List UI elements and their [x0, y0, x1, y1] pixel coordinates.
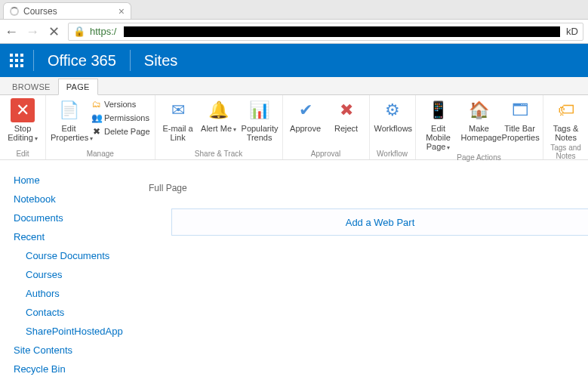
forward-button: →	[26, 25, 39, 39]
group-label-approval: Approval	[288, 148, 365, 158]
webpart-zone-label: Full Page	[149, 183, 588, 193]
tab-title: Courses	[23, 6, 57, 17]
nav-notebook[interactable]: Notebook	[14, 190, 134, 208]
tab-page[interactable]: PAGE	[58, 79, 98, 95]
app-launcher-button[interactable]	[0, 44, 33, 77]
stop-editing-button[interactable]: ✕ Stop Editing	[5, 98, 41, 143]
svg-rect-3	[10, 59, 13, 62]
svg-rect-1	[15, 54, 18, 57]
svg-rect-5	[20, 59, 23, 62]
edit-mobile-page-button[interactable]: 📱 Edit Mobile Page	[420, 98, 457, 152]
alert-me-button[interactable]: 🔔 Alert Me	[201, 98, 237, 134]
nav-documents[interactable]: Documents	[14, 208, 134, 227]
back-button[interactable]: ←	[5, 25, 18, 39]
edit-properties-button[interactable]: 📄 Edit Properties	[51, 98, 87, 143]
popularity-trends-button[interactable]: 📊 Popularity Trends	[242, 98, 278, 142]
ribbon-group-approval: ✔ Approve ✖ Reject Approval	[283, 95, 370, 159]
ribbon-group-manage: 📄 Edit Properties 🗂Versions 👥Permissions…	[46, 95, 155, 159]
page-content: Full Page Add a Web Part	[140, 160, 588, 386]
url-scheme: https:/	[90, 26, 116, 37]
nav-course-documents[interactable]: Course Documents	[14, 246, 134, 265]
titlebar-properties-button[interactable]: 🗔 Title Bar Properties	[502, 98, 538, 142]
mobile-icon: 📱	[426, 98, 451, 122]
ribbon-tabs: BROWSE PAGE	[0, 77, 588, 95]
email-link-button[interactable]: ✉ E-mail a Link	[160, 98, 196, 142]
add-webpart-button[interactable]: Add a Web Part	[171, 208, 588, 236]
permissions-button[interactable]: 👥Permissions	[91, 112, 150, 124]
group-label-tags: Tags and Notes	[548, 142, 584, 160]
address-bar[interactable]: 🔒 https:/ kD	[68, 23, 583, 41]
svg-rect-6	[10, 64, 13, 67]
titlebar-label: Title Bar Properties	[502, 124, 538, 142]
nav-sharepoint-app[interactable]: SharePointHostedApp	[14, 322, 134, 341]
url-tail: kD	[565, 26, 578, 37]
group-label-manage: Manage	[51, 148, 150, 158]
ribbon-group-workflow: ⚙ Workflows Workflow	[370, 95, 416, 159]
close-tab-icon[interactable]: ×	[119, 5, 125, 17]
tags-notes-label: Tags & Notes	[548, 124, 584, 142]
home-icon: 🏠	[467, 98, 491, 122]
svg-rect-8	[20, 64, 23, 67]
versions-button[interactable]: 🗂Versions	[91, 98, 150, 110]
ribbon: ✕ Stop Editing Edit 📄 Edit Properties 🗂V…	[0, 95, 588, 160]
check-icon: ✔	[294, 98, 318, 122]
approve-label: Approve	[288, 124, 324, 133]
waffle-icon	[10, 54, 23, 67]
delete-icon: ✖	[91, 126, 102, 137]
make-homepage-button[interactable]: 🏠 Make Homepage	[461, 98, 497, 142]
workflows-button[interactable]: ⚙ Workflows	[374, 98, 411, 133]
approve-button[interactable]: ✔ Approve	[288, 98, 324, 133]
main-area: Home Notebook Documents Recent Course Do…	[0, 160, 588, 386]
delete-page-button[interactable]: ✖Delete Page	[91, 125, 150, 137]
alert-me-label: Alert Me	[201, 124, 232, 133]
svg-rect-2	[20, 54, 23, 57]
tags-notes-button[interactable]: 🏷 Tags & Notes	[548, 98, 584, 142]
tab-browse[interactable]: BROWSE	[5, 79, 58, 94]
nav-authors[interactable]: Authors	[14, 284, 134, 303]
make-homepage-label: Make Homepage	[461, 124, 497, 142]
nav-recycle-bin[interactable]: Recycle Bin	[14, 360, 134, 378]
group-label-workflow: Workflow	[374, 148, 411, 158]
reject-button[interactable]: ✖ Reject	[328, 98, 365, 133]
lock-icon: 🔒	[73, 26, 85, 37]
nav-site-contents[interactable]: Site Contents	[14, 341, 134, 360]
titlebar-icon: 🗔	[508, 98, 532, 122]
nav-recent[interactable]: Recent	[14, 227, 134, 246]
popularity-label: Popularity Trends	[242, 124, 278, 142]
group-label-share: Share & Track	[160, 148, 278, 158]
suite-bar: Office 365 Sites	[0, 44, 588, 77]
permissions-icon: 👥	[91, 113, 102, 123]
edit-links-button[interactable]: EDIT LINKS	[14, 378, 134, 386]
reject-icon: ✖	[334, 98, 359, 122]
envelope-icon: ✉	[166, 98, 190, 122]
site-link[interactable]: Sites	[131, 44, 191, 77]
svg-rect-0	[10, 54, 13, 57]
svg-rect-4	[15, 59, 18, 62]
nav-contacts[interactable]: Contacts	[14, 303, 134, 322]
edit-properties-label: Edit Properties	[51, 124, 88, 142]
email-link-label: E-mail a Link	[160, 124, 196, 142]
properties-icon: 📄	[57, 98, 81, 122]
svg-rect-7	[15, 64, 18, 67]
stop-editing-label: Stop Editing	[8, 124, 33, 142]
stop-reload-button[interactable]: ✕	[47, 25, 60, 39]
ribbon-group-share: ✉ E-mail a Link 🔔 Alert Me 📊 Popularity …	[155, 95, 283, 159]
brand-link[interactable]: Office 365	[34, 44, 130, 77]
add-webpart-label: Add a Web Part	[346, 217, 415, 228]
quick-launch: Home Notebook Documents Recent Course Do…	[0, 160, 140, 386]
ribbon-group-page-actions: 📱 Edit Mobile Page 🏠 Make Homepage 🗔 Tit…	[416, 95, 543, 159]
browser-toolbar: ← → ✕ 🔒 https:/ kD	[0, 20, 588, 44]
ribbon-group-edit: ✕ Stop Editing Edit	[0, 95, 46, 159]
tag-icon: 🏷	[554, 98, 578, 122]
bell-icon: 🔔	[207, 98, 231, 122]
nav-courses[interactable]: Courses	[14, 265, 134, 284]
workflows-label: Workflows	[374, 124, 411, 133]
group-label-edit: Edit	[5, 148, 41, 158]
browser-tabstrip: Courses ×	[0, 0, 588, 20]
ribbon-group-tags: 🏷 Tags & Notes Tags and Notes	[543, 95, 588, 159]
reject-label: Reject	[328, 124, 365, 133]
browser-tab[interactable]: Courses ×	[3, 2, 131, 19]
nav-home[interactable]: Home	[14, 171, 134, 190]
loading-spinner-icon	[10, 7, 19, 16]
workflow-icon: ⚙	[380, 98, 405, 122]
